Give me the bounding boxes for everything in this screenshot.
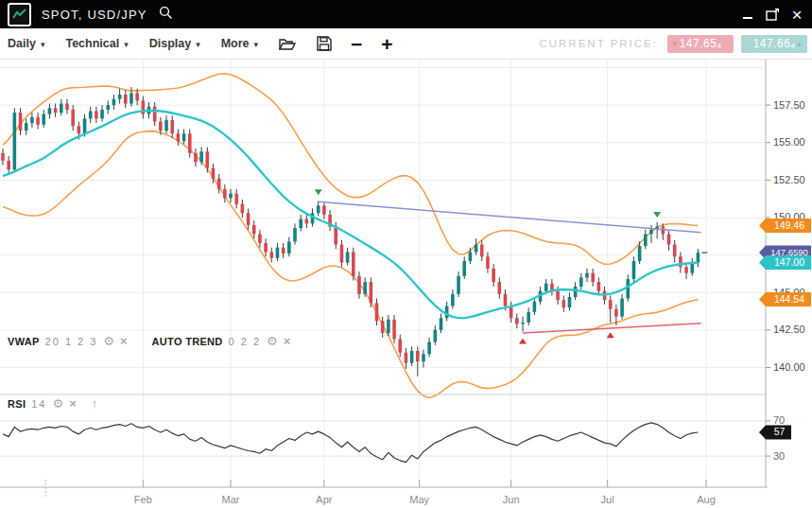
title-bar: SPOT, USD/JPY × bbox=[0, 0, 812, 28]
gear-icon[interactable]: ⚙ bbox=[103, 334, 114, 348]
gear-icon[interactable]: ⚙ bbox=[53, 396, 64, 411]
svg-text:155.00: 155.00 bbox=[773, 136, 805, 148]
ask-price-badge: 147.664 ▲ bbox=[741, 35, 807, 53]
open-folder-icon[interactable] bbox=[279, 37, 296, 51]
svg-text:Feb: Feb bbox=[134, 494, 152, 505]
toolbar: Daily ▾ Technical ▾ Display ▾ More ▾ − +… bbox=[0, 28, 812, 60]
auto-trend-params: 0 2 2 bbox=[229, 336, 261, 347]
menu-timeframe[interactable]: Daily ▾ bbox=[8, 37, 44, 50]
search-icon[interactable] bbox=[159, 6, 173, 24]
auto-trend-label: AUTO TREND bbox=[152, 336, 223, 347]
svg-text:140.00: 140.00 bbox=[773, 361, 805, 373]
close-icon[interactable]: × bbox=[789, 7, 804, 22]
zoom-in-button[interactable]: + bbox=[381, 34, 392, 54]
menu-display[interactable]: Display ▾ bbox=[149, 37, 200, 50]
app-logo-icon bbox=[8, 3, 31, 26]
svg-text:57: 57 bbox=[774, 426, 786, 437]
svg-text:157.50: 157.50 bbox=[773, 99, 805, 111]
vwap-params: 20 1 2 3 bbox=[45, 336, 98, 347]
collapse-arrow-icon[interactable]: ↑ bbox=[92, 396, 98, 411]
svg-text:Jun: Jun bbox=[503, 494, 520, 505]
svg-text:Aug: Aug bbox=[697, 494, 716, 505]
gear-icon[interactable]: ⚙ bbox=[267, 334, 278, 348]
svg-text:152.50: 152.50 bbox=[773, 174, 805, 185]
chevron-down-icon: ▾ bbox=[196, 40, 200, 49]
rsi-indicator-row: RSI 14 ⚙ × ↑ bbox=[8, 396, 97, 411]
vwap-label: VWAP bbox=[8, 336, 40, 347]
svg-text:70: 70 bbox=[773, 414, 785, 426]
svg-text:Jul: Jul bbox=[601, 494, 614, 505]
zoom-out-button[interactable]: − bbox=[351, 34, 362, 54]
svg-text:142.50: 142.50 bbox=[773, 324, 805, 335]
chevron-down-icon: ▾ bbox=[124, 40, 129, 49]
current-price-label: CURRENT PRICE: bbox=[539, 38, 658, 49]
symbol-title: SPOT, USD/JPY bbox=[42, 8, 147, 22]
svg-text:Mar: Mar bbox=[222, 494, 240, 505]
overlay-indicator-row: VWAP 20 1 2 3 ⚙ × AUTO TREND 0 2 2 ⚙ × bbox=[8, 334, 290, 348]
chevron-down-icon: ▾ bbox=[41, 40, 45, 49]
menu-more[interactable]: More ▾ bbox=[221, 37, 258, 50]
svg-text:Apr: Apr bbox=[316, 494, 332, 505]
minimize-button[interactable] bbox=[740, 7, 755, 22]
quote-down-arrow-icon: ▼ bbox=[671, 40, 679, 48]
popout-button[interactable] bbox=[765, 7, 780, 22]
close-icon[interactable]: × bbox=[284, 334, 291, 348]
save-icon[interactable] bbox=[317, 36, 332, 51]
quote-up-arrow-icon: ▲ bbox=[796, 40, 803, 48]
svg-text:147.00: 147.00 bbox=[774, 256, 804, 268]
chart-canvas[interactable]: FebMarAprMayJunJulAug157.50155.00152.501… bbox=[0, 0, 812, 508]
rsi-label: RSI bbox=[8, 398, 26, 410]
svg-text:30: 30 bbox=[773, 450, 785, 462]
bid-price-badge: ▼ 147.654 bbox=[667, 35, 734, 53]
close-icon[interactable]: × bbox=[120, 334, 128, 348]
menu-technical[interactable]: Technical ▾ bbox=[65, 37, 128, 50]
close-icon[interactable]: × bbox=[69, 396, 77, 411]
svg-text:149.46: 149.46 bbox=[774, 219, 804, 231]
rsi-params: 14 bbox=[31, 398, 46, 410]
svg-text:May: May bbox=[409, 494, 429, 505]
chevron-down-icon: ▾ bbox=[254, 40, 259, 49]
svg-text:144.54: 144.54 bbox=[774, 293, 804, 305]
